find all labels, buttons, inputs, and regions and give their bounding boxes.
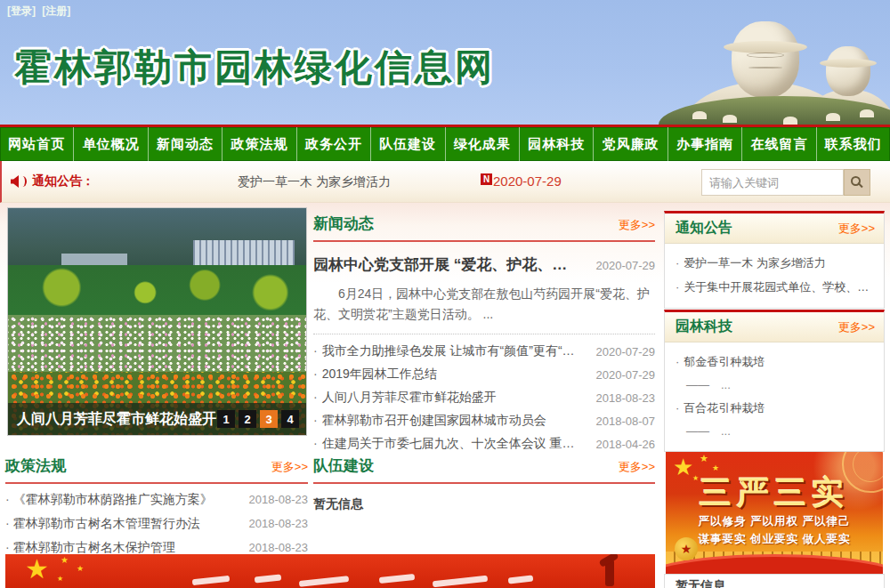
nav-item-about[interactable]: 单位概况 bbox=[74, 127, 148, 161]
party-emblem-icon: ★ bbox=[675, 537, 698, 560]
news-list-item[interactable]: 我市全力助推绿色发展 让城市有“颜值”更有“气质” 2020-07-29 bbox=[313, 340, 655, 363]
policy-item-title[interactable]: 霍林郭勒市古树名木管理暂行办法 bbox=[5, 516, 200, 532]
policy-item-date: 2018-08-23 bbox=[249, 541, 309, 554]
news-item-title[interactable]: 2019年园林工作总结 bbox=[313, 366, 437, 383]
site-header: [登录] [注册] 霍林郭勒市园林绿化信息网 bbox=[0, 0, 890, 125]
calligraphy-stroke bbox=[192, 576, 231, 585]
statue-banner-image bbox=[676, 0, 890, 125]
garden-tech-more-link[interactable]: 更多>> bbox=[838, 319, 875, 335]
statue-silhouette bbox=[605, 560, 614, 586]
new-badge-icon: N bbox=[481, 173, 492, 185]
promo-banner[interactable]: ★ ★ ★ ★ 三严三实 严以修身 严以用权 严以律己 谋事要实 创业要实 做人… bbox=[666, 452, 883, 575]
register-link[interactable]: [注册] bbox=[42, 4, 70, 17]
news-item-title[interactable]: 霍林郭勒市召开创建国家园林城市动员会 bbox=[313, 413, 546, 429]
nav-item-gov-affairs[interactable]: 政务公开 bbox=[297, 127, 371, 161]
dotted-divider bbox=[313, 334, 655, 334]
policy-item-title[interactable]: 霍林郭勒市古树名木保护管理 bbox=[5, 540, 175, 556]
news-list-item[interactable]: 住建局关于市委七届九次、十次全体会议 重点工作任... 2018-04-26 bbox=[313, 432, 655, 455]
promo-banner-line2: 谋事要实 创业要实 做人要实 bbox=[666, 532, 883, 547]
team-section-title: 队伍建设 bbox=[313, 455, 374, 476]
nav-item-garden-tech[interactable]: 园林科技 bbox=[520, 127, 594, 161]
tech-item[interactable]: 郁金香引种栽培 bbox=[676, 350, 875, 374]
notice-label: 通知公告： bbox=[32, 173, 94, 189]
promo-banner-title: 三严三实 bbox=[666, 471, 883, 515]
notice-date: 2020-07-29 bbox=[493, 173, 562, 189]
policy-more-link[interactable]: 更多>> bbox=[271, 459, 308, 475]
star-icon: ★ bbox=[57, 576, 63, 583]
section-divider bbox=[5, 482, 308, 484]
news-list-item[interactable]: 人间八月芳菲尽霍市鲜花始盛开 2018-08-23 bbox=[313, 386, 655, 409]
speaker-icon bbox=[11, 175, 23, 188]
nav-item-message[interactable]: 在线留言 bbox=[742, 127, 816, 161]
calligraphy-stroke bbox=[299, 576, 349, 587]
policy-list-item[interactable]: 《霍林郭勒市林荫路推广实施方案》 2018-08-23 bbox=[5, 487, 308, 511]
news-list-item[interactable]: 2019年园林工作总结 2020-07-29 bbox=[313, 363, 655, 386]
policy-list-item[interactable]: 霍林郭勒市古树名木管理暂行办法 2018-08-23 bbox=[5, 511, 308, 536]
policy-item-date: 2018-08-23 bbox=[249, 493, 309, 506]
team-more-link[interactable]: 更多>> bbox=[619, 459, 655, 475]
garden-tech-box-title: 园林科技 bbox=[676, 318, 732, 336]
news-item-title[interactable]: 我市全力助推绿色发展 让城市有“颜值”更有“气质” bbox=[313, 343, 585, 359]
notice-item[interactable]: 爱护一草一木 为家乡增活力 bbox=[676, 251, 875, 275]
carousel-page-3[interactable]: 3 bbox=[260, 410, 278, 428]
page: [登录] [注册] 霍林郭勒市园林绿化信息网 网站首页 单位概况 新闻动态 政策… bbox=[0, 0, 890, 588]
news-section-title: 新闻动态 bbox=[313, 213, 374, 234]
news-section: 新闻动态 更多>> 园林中心党支部开展 “爱花、护花、文明… 2020-07-2… bbox=[313, 213, 655, 455]
carousel-page-2[interactable]: 2 bbox=[239, 410, 256, 428]
news-item-title[interactable]: 人间八月芳菲尽霍市鲜花始盛开 bbox=[313, 390, 497, 406]
carousel-caption[interactable]: 人间八月芳菲尽霍市鲜花始盛开 bbox=[8, 410, 217, 429]
nav-item-contact[interactable]: 联系我们 bbox=[817, 127, 890, 161]
notices-box-title: 通知公告 bbox=[676, 219, 732, 238]
nav-item-home[interactable]: 网站首页 bbox=[0, 127, 74, 161]
section-divider bbox=[313, 482, 655, 484]
search-input[interactable] bbox=[701, 169, 844, 196]
featured-article-summary: 6月24日，园林中心党支部在敖包山芍药园开展“爱花、护花、文明赏花”主题党日活动… bbox=[313, 284, 655, 325]
login-link[interactable]: [登录] bbox=[7, 4, 36, 17]
auth-links: [登录] [注册] bbox=[7, 4, 74, 19]
photo-carousel[interactable]: 人间八月芳菲尽霍市鲜花始盛开 1 2 3 4 bbox=[7, 207, 307, 436]
promo-banner-line1: 严以修身 严以用权 严以律己 bbox=[666, 514, 883, 529]
tent-shape bbox=[826, 113, 840, 121]
search-icon bbox=[851, 176, 861, 186]
tech-item[interactable]: 百合花引种栽培 bbox=[676, 396, 875, 420]
bottom-right-empty-box: 暂无信息 bbox=[664, 574, 885, 588]
nav-item-policy[interactable]: 政策法规 bbox=[222, 127, 296, 161]
news-item-title[interactable]: 住建局关于市委七届九次、十次全体会议 重点工作任... bbox=[313, 436, 585, 452]
carousel-page-1[interactable]: 1 bbox=[217, 410, 235, 428]
nav-item-party[interactable]: 党风廉政 bbox=[594, 127, 668, 161]
news-list-item[interactable]: 霍林郭勒市召开创建国家园林城市动员会 2018-08-07 bbox=[313, 409, 655, 432]
policy-item-title[interactable]: 《霍林郭勒市林荫路推广实施方案》 bbox=[5, 492, 213, 508]
star-icon: ★ bbox=[61, 556, 69, 565]
news-item-date: 2020-07-29 bbox=[596, 345, 656, 358]
notice-ticker-link[interactable]: 爱护一草一木 为家乡增活力 bbox=[238, 174, 391, 190]
star-icon: ★ bbox=[700, 454, 708, 463]
news-item-date: 2020-07-29 bbox=[596, 368, 656, 382]
carousel-caption-bar: 人间八月芳菲尽霍市鲜花始盛开 1 2 3 4 bbox=[8, 403, 306, 435]
notices-more-link[interactable]: 更多>> bbox=[838, 221, 875, 237]
search-button[interactable] bbox=[844, 169, 870, 196]
policy-section: 政策法规 更多>> 《霍林郭勒市林荫路推广实施方案》 2018-08-23 霍林… bbox=[5, 455, 308, 560]
news-item-date: 2018-04-26 bbox=[596, 438, 656, 451]
calligraphy-stroke bbox=[433, 576, 488, 587]
carousel-photo-trees bbox=[8, 265, 306, 315]
bottom-red-banner[interactable]: ★ ★ ★ ★ bbox=[5, 554, 655, 588]
notices-box: 通知公告 更多>> 爱护一草一木 为家乡增活力 关于集中开展花园式单位、学校、工… bbox=[664, 211, 885, 309]
statue-small-head bbox=[826, 46, 870, 96]
featured-article-title[interactable]: 园林中心党支部开展 “爱花、护花、文明… bbox=[313, 254, 580, 275]
policy-section-title: 政策法规 bbox=[5, 455, 66, 476]
notice-item[interactable]: 关于集中开展花园式单位、学校、工厂... bbox=[676, 275, 875, 299]
tent-shape bbox=[723, 115, 737, 123]
news-item-date: 2018-08-23 bbox=[596, 391, 656, 405]
content-area: 人间八月芳菲尽霍市鲜花始盛开 1 2 3 4 新闻动态 更多>> 园林中心党支部… bbox=[0, 203, 890, 588]
nav-item-greening[interactable]: 绿化成果 bbox=[446, 127, 520, 161]
nav-item-guide[interactable]: 办事指南 bbox=[668, 127, 742, 161]
carousel-page-4[interactable]: 4 bbox=[281, 410, 299, 428]
statue-large-head bbox=[732, 21, 799, 98]
nav-item-team[interactable]: 队伍建设 bbox=[371, 127, 445, 161]
tent-shape bbox=[692, 111, 707, 119]
tent-shape bbox=[783, 117, 797, 125]
calligraphy-stroke bbox=[508, 576, 534, 584]
news-more-link[interactable]: 更多>> bbox=[619, 217, 655, 233]
star-icon: ★ bbox=[25, 556, 49, 583]
nav-item-news[interactable]: 新闻动态 bbox=[149, 127, 222, 161]
